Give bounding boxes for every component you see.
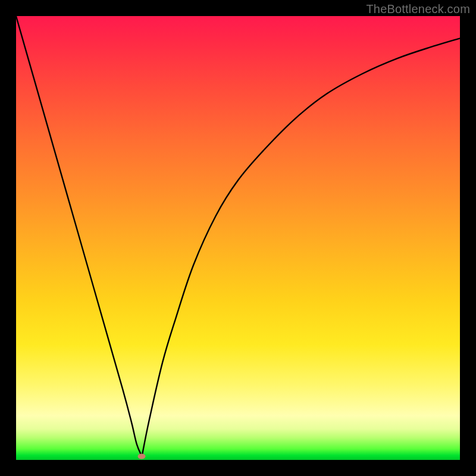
curve-right-branch <box>142 38 460 456</box>
bottleneck-curve <box>16 16 460 460</box>
optimum-marker <box>138 454 146 459</box>
watermark-text: TheBottleneck.com <box>366 2 470 16</box>
curve-left-branch <box>16 16 142 456</box>
chart-container: TheBottleneck.com <box>0 0 476 476</box>
plot-area <box>16 16 460 460</box>
